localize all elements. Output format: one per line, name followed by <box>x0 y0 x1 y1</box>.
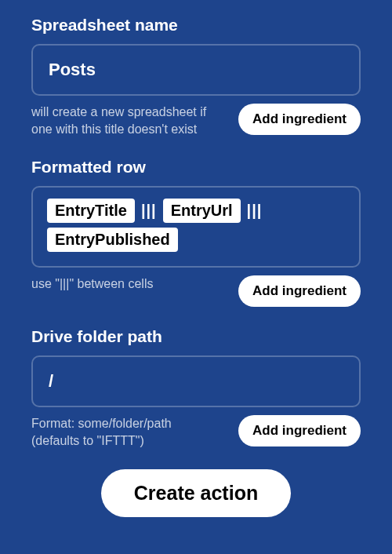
ingredient-token[interactable]: EntryUrl <box>163 199 241 223</box>
cell-separator: ||| <box>244 199 266 223</box>
spreadsheet-name-group: Spreadsheet name will create a new sprea… <box>31 16 361 137</box>
ingredient-token[interactable]: EntryPublished <box>47 228 178 252</box>
drive-folder-label: Drive folder path <box>31 327 361 346</box>
spreadsheet-help-row: will create a new spreadsheet if one wit… <box>31 104 361 137</box>
create-action-wrap: Create action <box>31 469 361 517</box>
drive-folder-group: Drive folder path Format: some/folder/pa… <box>31 327 361 449</box>
drive-folder-input[interactable] <box>31 355 361 407</box>
drive-folder-help-text: Format: some/folder/path (defaults to "I… <box>31 415 212 449</box>
formatted-row-input[interactable]: EntryTitle ||| EntryUrl ||| EntryPublish… <box>31 186 361 268</box>
spreadsheet-help-text: will create a new spreadsheet if one wit… <box>31 104 212 137</box>
add-ingredient-button[interactable]: Add ingredient <box>238 275 361 307</box>
ingredient-token[interactable]: EntryTitle <box>47 199 135 223</box>
cell-separator: ||| <box>138 199 160 223</box>
create-action-button[interactable]: Create action <box>101 469 291 517</box>
spreadsheet-name-label: Spreadsheet name <box>31 16 361 35</box>
spreadsheet-name-input[interactable] <box>31 44 361 96</box>
add-ingredient-button[interactable]: Add ingredient <box>238 415 361 446</box>
formatted-row-help-row: use "|||" between cells Add ingredient <box>31 275 361 307</box>
formatted-row-help-text: use "|||" between cells <box>31 275 212 293</box>
formatted-row-label: Formatted row <box>31 158 361 177</box>
formatted-row-group: Formatted row EntryTitle ||| EntryUrl ||… <box>31 158 361 307</box>
drive-folder-help-row: Format: some/folder/path (defaults to "I… <box>31 415 361 449</box>
add-ingredient-button[interactable]: Add ingredient <box>238 104 361 135</box>
